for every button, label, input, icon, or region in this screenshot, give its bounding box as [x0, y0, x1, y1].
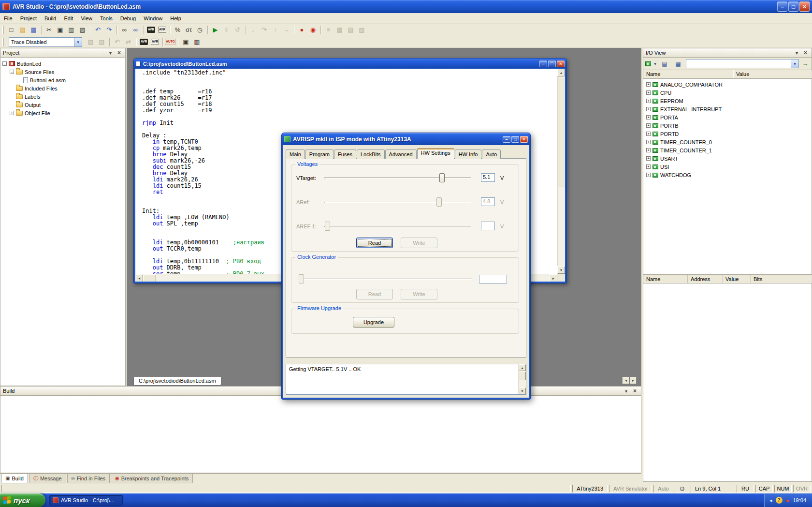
io-item-analog-comparator[interactable]: +ANALOG_COMPARATOR — [643, 80, 812, 89]
start-button[interactable]: пуск — [0, 493, 45, 507]
detail-column-address[interactable]: Address — [688, 275, 723, 283]
menu-window[interactable]: Window — [140, 13, 166, 24]
toolbar-run-icon[interactable]: ▶ — [210, 25, 221, 35]
dialog-tab-fuses[interactable]: Fuses — [334, 149, 356, 159]
io-item-usart[interactable]: +USART — [643, 154, 812, 163]
io-item-timer-counter-1[interactable]: +TIMER_COUNTER_1 — [643, 146, 812, 154]
aref-slider[interactable] — [323, 197, 472, 208]
io-item-cpu[interactable]: +CPU — [643, 89, 812, 97]
toolbar-step-back-icon[interactable]: ↶ — [112, 37, 123, 47]
clock-slider[interactable] — [298, 274, 473, 284]
tree-item-source-files[interactable]: -Source Files — [0, 68, 125, 76]
expand-icon[interactable]: + — [646, 140, 651, 144]
toolbar-paste-icon[interactable]: ▥ — [66, 25, 77, 35]
expand-icon[interactable]: + — [646, 156, 651, 161]
toolbar-redo-icon[interactable]: ↷ — [103, 25, 115, 35]
document-tab[interactable]: C:\proj\svetodiod\ButtonLed.asm — [133, 377, 221, 386]
combo-dropdown-icon[interactable] — [74, 38, 82, 46]
vertical-scroll-thumb[interactable] — [558, 77, 565, 187]
io-item-external-interrupt[interactable]: +EXTERNAL_INTERRUPT — [643, 105, 812, 113]
tray-update-icon[interactable]: ? — [776, 497, 783, 504]
toolbar-pause-icon[interactable]: ‖ — [221, 25, 232, 35]
aref-slider-thumb[interactable] — [436, 197, 442, 207]
aref1-slider-thumb[interactable] — [325, 222, 330, 231]
io-view-close-icon[interactable] — [802, 49, 809, 56]
toolbar-remove-breakpoints-icon[interactable]: ◉ — [307, 25, 319, 35]
io-item-usi[interactable]: +USI — [643, 163, 812, 171]
dialog-tab-auto[interactable]: Auto — [482, 149, 501, 159]
toolbar-new-file-icon[interactable]: □ — [6, 25, 17, 35]
toolbar-save-file-icon[interactable]: ▦ — [28, 25, 39, 35]
toolbar-trace-toggle-icon[interactable]: ▧ — [85, 37, 96, 47]
toolbar-step-over-icon[interactable]: ↷ — [259, 25, 270, 35]
io-display-options-button[interactable] — [645, 59, 657, 69]
minimize-button[interactable]: – — [777, 1, 787, 12]
expand-icon[interactable]: + — [646, 82, 651, 87]
menu-debug[interactable]: Debug — [116, 13, 140, 24]
log-scroll-thumb[interactable] — [519, 372, 526, 380]
expand-icon[interactable]: + — [646, 173, 651, 177]
expand-icon[interactable]: + — [646, 132, 651, 136]
vtarget-slider-thumb[interactable] — [439, 173, 445, 182]
maximize-button[interactable]: □ — [788, 1, 798, 12]
clock-read-button[interactable]: Read — [356, 289, 393, 299]
menu-project[interactable]: Project — [16, 13, 41, 24]
toolbar-find-icon[interactable]: ∞ — [119, 25, 130, 35]
io-item-portb[interactable]: +PORTB — [643, 121, 812, 130]
minimize-button[interactable]: – — [503, 136, 510, 143]
scroll-down-icon[interactable] — [519, 388, 526, 394]
toolbar-avr-prog-dialog-icon[interactable]: AVR — [138, 37, 149, 47]
toolbar-cut-icon[interactable]: ✂ — [44, 25, 55, 35]
build-panel-menu-icon[interactable] — [623, 388, 630, 394]
trace-mode-combobox[interactable]: Trace Disabled — [9, 37, 82, 47]
tree-item-buttonled-asm[interactable]: ButtonLed.asm — [0, 76, 125, 84]
toolbar-quickwatch-icon[interactable]: ≡ — [323, 25, 334, 35]
expand-icon[interactable]: + — [646, 148, 651, 152]
taskbar-task-button[interactable]: AVR Studio - C:\proj\... — [49, 495, 123, 506]
upgrade-button[interactable]: Upgrade — [353, 317, 394, 328]
toolbar-grip[interactable] — [2, 38, 4, 46]
close-button[interactable]: × — [520, 136, 528, 143]
scroll-up-icon[interactable] — [519, 364, 526, 371]
io-item-timer-counter-0[interactable]: +TIMER_COUNTER_0 — [643, 138, 812, 146]
io-column-name[interactable]: Name — [643, 70, 733, 78]
toolbar-disassembler-icon[interactable]: ▧ — [356, 25, 367, 35]
output-tab-breakpoints-and-tracepoints[interactable]: ◉Breakpoints and Tracepoints — [111, 474, 193, 483]
toolbar-auto-icon[interactable]: AUTO — [165, 37, 176, 47]
expand-icon[interactable]: + — [646, 115, 651, 119]
detail-column-bits[interactable]: Bits — [751, 275, 812, 283]
close-button[interactable]: × — [799, 1, 810, 12]
dialog-tab-program[interactable]: Program — [305, 149, 334, 159]
collapse-icon[interactable]: - — [10, 70, 14, 74]
maximize-button[interactable]: □ — [511, 136, 519, 143]
dialog-titlebar[interactable]: AVRISP mkII in ISP mode with ATtiny2313A… — [282, 133, 530, 145]
aref1-value-field[interactable] — [481, 222, 495, 230]
dialog-tab-advanced[interactable]: Advanced — [385, 149, 417, 159]
scroll-right-icon[interactable] — [550, 274, 557, 282]
toolbar-step-into-icon[interactable]: ↓ — [247, 25, 259, 35]
menu-build[interactable]: Build — [41, 13, 60, 24]
io-item-portd[interactable]: +PORTD — [643, 130, 812, 138]
project-panel-close-icon[interactable] — [116, 49, 123, 56]
io-column-value[interactable]: Value — [733, 70, 812, 78]
dialog-tab-hw-settings[interactable]: HW Settings — [417, 148, 454, 159]
tray-collapse-icon[interactable]: ◂ — [769, 498, 772, 503]
project-panel-menu-icon[interactable] — [107, 49, 114, 56]
toolbar-grip[interactable] — [2, 26, 4, 34]
toolbar-run-to-cursor-icon[interactable]: → — [281, 25, 292, 35]
aref-value-field[interactable]: 4.8 — [481, 197, 495, 206]
io-view-menu-icon[interactable] — [793, 49, 800, 56]
close-button[interactable]: × — [557, 60, 565, 67]
expand-icon[interactable]: + — [646, 123, 651, 128]
expand-icon[interactable]: + — [10, 111, 14, 115]
io-list-view-button[interactable]: ▤ — [659, 59, 670, 69]
expand-icon[interactable]: + — [646, 107, 651, 111]
tray-alert-icon[interactable]: ● — [786, 497, 790, 504]
build-panel-close-icon[interactable] — [631, 388, 638, 394]
detail-column-name[interactable]: Name — [643, 275, 688, 283]
menu-file[interactable]: File — [0, 13, 16, 24]
clock-value-field[interactable] — [479, 275, 507, 283]
toolbar-options-icon[interactable]: ▥ — [191, 37, 203, 47]
io-filter-combobox[interactable] — [686, 59, 799, 68]
expand-icon[interactable]: + — [646, 164, 651, 169]
